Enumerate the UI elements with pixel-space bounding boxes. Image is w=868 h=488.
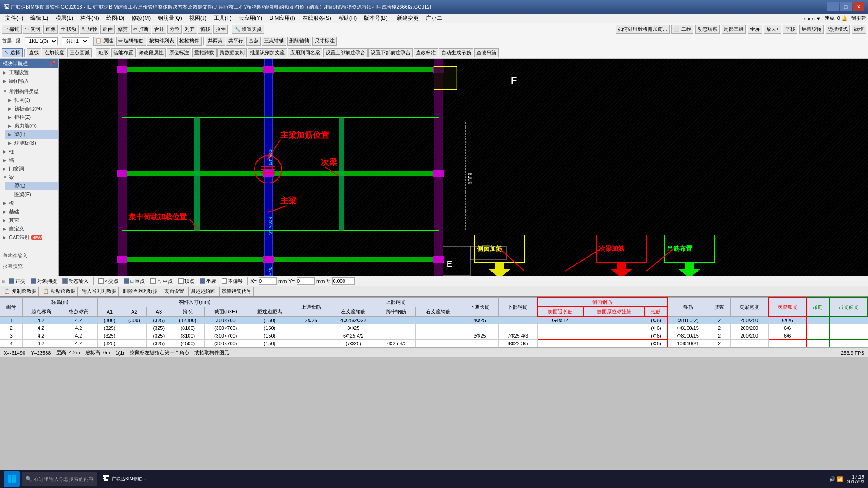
menu-layer[interactable]: 模层(L) (52, 14, 77, 23)
sidebar-others[interactable]: ▶ 其它 (0, 216, 58, 225)
tb-process[interactable]: 如何处理砖板附加筋... (616, 25, 669, 34)
menu-view[interactable]: 视图(J) (186, 14, 210, 23)
menu-gadget[interactable]: 广小二 (422, 14, 446, 23)
tb-select-tool[interactable]: ↖ 选择 (2, 48, 23, 57)
floor-selector[interactable]: 分层1 (62, 37, 89, 45)
sidebar-custom[interactable]: ▶ 自定义 (0, 225, 58, 233)
sidebar-single-input[interactable]: 单构件输入 (0, 251, 58, 261)
sidebar-table-preview[interactable]: 报表预览 (0, 261, 58, 272)
tb-batch-support[interactable]: 批量识别加支座 (248, 48, 287, 57)
tb-rect[interactable]: 矩形 (96, 48, 110, 57)
sidebar-beams-group[interactable]: ▼ 梁 (0, 173, 58, 182)
tb-rotate[interactable]: ↻ 旋转 (80, 25, 99, 34)
snap-cross[interactable]: × 交点 (96, 277, 120, 285)
taskbar-app-ggj[interactable]: 🏗 广联达BIM钢筋... (99, 472, 150, 486)
coord-x-input[interactable] (259, 277, 277, 285)
sidebar-common-types[interactable]: ▼ 常用构件类型 (0, 87, 58, 96)
sidebar-item-raft[interactable]: ▶ 筏板基础(M) (5, 104, 58, 113)
tb-set-upper[interactable]: 设置上部前连孕台 (323, 48, 368, 57)
help-label[interactable]: 我要建 (851, 15, 866, 22)
tb-merge[interactable]: 合并 (152, 25, 166, 34)
tb-property[interactable]: 📋 属性 (93, 37, 115, 46)
minimize-button[interactable]: ─ (827, 2, 839, 11)
menu-cloud[interactable]: 云应用(Y) (235, 14, 266, 23)
tb-break[interactable]: ✂ 打断 (131, 25, 151, 34)
close-button[interactable]: ✕ (853, 2, 864, 11)
menu-bim[interactable]: BIM应用(I) (266, 14, 299, 23)
tb-re-push-span[interactable]: 重推跨数 (192, 48, 217, 57)
snap-ortho[interactable]: 正交 (7, 277, 27, 285)
tb-offset[interactable]: 偏移 (198, 25, 212, 34)
sidebar-item-shear-wall[interactable]: ▶ 剪力墙(Q) (5, 122, 58, 130)
maximize-button[interactable]: □ (840, 2, 852, 11)
tb-set-lower[interactable]: 设置下部前连孕台 (368, 48, 413, 57)
tb-change-std[interactable]: 查改标准 (414, 48, 438, 57)
sidebar-item-column[interactable]: ▶ 框柱(Z) (5, 113, 58, 122)
tb-move[interactable]: ✛ 移动 (59, 25, 79, 34)
coord-y-input[interactable] (297, 277, 315, 285)
tb-mirror[interactable]: 画像 (43, 25, 58, 34)
sidebar-item-project-setup[interactable]: ▶ 工程设置 (0, 68, 58, 77)
menu-help[interactable]: 帮助(H) (335, 14, 361, 23)
tb-edit-rebar[interactable]: ✏ 编辑钢筋 (116, 37, 146, 46)
tb-expose-rebar[interactable]: 暴算钢筋代号 (219, 287, 254, 296)
canvas-area[interactable]: 8100 F E 主梁加筋位置 次梁 主梁 (59, 59, 868, 276)
menu-component[interactable]: 构件(N) (77, 14, 103, 23)
tb-change-hanger[interactable]: 查改吊筋 (474, 48, 499, 57)
tb-trim[interactable]: 修剪 (116, 25, 130, 34)
table-row[interactable]: 1 4.2 4.2 (300) (300) (325) (12300) 300×… (0, 316, 868, 324)
sidebar-walls[interactable]: ▶ 墙 (0, 156, 58, 164)
sidebar-beam-L[interactable]: 梁(L) (5, 182, 58, 190)
taskbar-search[interactable]: 🔍 在这里输入你想搜索的内容 (22, 472, 97, 486)
tb-three-arc[interactable]: 三点画弧 (67, 48, 92, 57)
menu-tools[interactable]: 工具(T) (210, 14, 235, 23)
menu-new-change[interactable]: 新建变更 (393, 14, 422, 23)
tb-two-point[interactable]: 共两点 (206, 37, 225, 46)
tb-del-axis[interactable]: 删除辅轴 (287, 37, 311, 46)
tb-parallel[interactable]: 共平行 (226, 37, 245, 46)
tb-copy-span[interactable]: 跨数据复制 (217, 48, 247, 57)
tb-three-point-arc[interactable]: 三点辅轴 (262, 37, 286, 46)
table-row[interactable]: 4 4.2 4.2 (325) (325) (4500) (300×700) (… (0, 340, 868, 347)
tb-nearby-3d[interactable]: 周部三维 (722, 25, 746, 34)
snap-dynamic[interactable]: 动态输入 (61, 277, 90, 285)
tb-line[interactable]: 直线 (27, 48, 41, 57)
tb-3d-switch[interactable]: ⬜ 二维 (671, 25, 693, 34)
tb-dimension[interactable]: 尺寸标注 (312, 37, 337, 46)
menu-version[interactable]: 版本号(B) (360, 14, 391, 23)
menu-file[interactable]: 文件(F) (2, 14, 27, 23)
rotation-input[interactable] (332, 277, 355, 285)
tb-apply-same-beam[interactable]: 应用到同名梁 (288, 48, 322, 57)
sidebar-pin[interactable]: 📌 (49, 61, 56, 66)
menu-rebar[interactable]: 钢筋量(Q) (154, 14, 185, 23)
menu-modify[interactable]: 修改(M) (128, 14, 154, 23)
sidebar-doors[interactable]: ▶ 门窗洞 (0, 164, 58, 173)
snap-midpoint[interactable]: △ 中点 (148, 277, 175, 285)
sidebar-slabs[interactable]: ▶ 板 (0, 199, 58, 207)
tb-input-col-data[interactable]: 输入当列列数据 (80, 287, 119, 296)
tb-del-col-data[interactable]: 删除当列列数据 (121, 287, 160, 296)
tb-set-grip[interactable]: 🔧 设置夹点 (232, 25, 264, 34)
snap-no-offset[interactable]: 不偏移 (220, 277, 245, 285)
tb-select-component[interactable]: 抱抱构件 (177, 37, 202, 46)
sidebar-columns[interactable]: ▶ 柱 (0, 147, 58, 156)
tb-stretch[interactable]: 拉伸 (213, 25, 228, 34)
beam-selector[interactable]: 1KL-1(3) (25, 37, 58, 45)
tb-dynamic-view[interactable]: 动态观察 (695, 25, 720, 34)
tb-split[interactable]: 分割 (167, 25, 182, 34)
tb-screen-rotate[interactable]: 屏幕旋转 (799, 25, 824, 34)
sidebar-item-beam[interactable]: ▶ 梁(L) (5, 130, 58, 139)
start-button[interactable] (4, 471, 20, 487)
sidebar-foundation[interactable]: ▶ 基础 (0, 207, 58, 216)
sidebar-item-drawing-input[interactable]: ▶ 绘图输入 (0, 77, 58, 85)
menu-edit[interactable]: 编辑(E) (27, 14, 52, 23)
tb-lines[interactable]: 线框 (852, 25, 866, 34)
sidebar-item-slab[interactable]: ▶ 现浇板(B) (5, 139, 58, 147)
tb-paste-span-data[interactable]: 📋 粘贴跨数据 (41, 287, 78, 296)
tb-in-place-note[interactable]: 原位标注 (167, 48, 191, 57)
tb-select-mode[interactable]: 选择模式 (826, 25, 850, 34)
sidebar-cad[interactable]: ▶ CAD识别 NEW (0, 233, 58, 242)
menu-online[interactable]: 在线服务(S) (299, 14, 335, 23)
tb-component-list[interactable]: 按构件列表 (147, 37, 176, 46)
tb-extend[interactable]: 延伸 (100, 25, 115, 34)
